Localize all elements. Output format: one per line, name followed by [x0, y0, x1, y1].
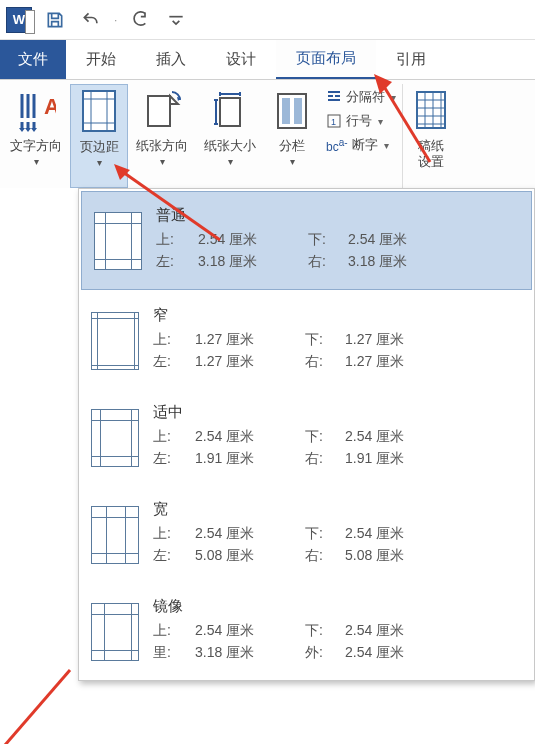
- margins-icon: [79, 87, 119, 135]
- margin-bottom-label: 下:: [305, 525, 345, 543]
- margin-preset-normal[interactable]: 普通 上: 2.54 厘米 下: 2.54 厘米 左: 3.18 厘米 右: 3…: [81, 191, 532, 290]
- columns-icon: [272, 86, 312, 134]
- margin-preset-title: 适中: [153, 403, 522, 422]
- paper-size-button[interactable]: 纸张大小 ▾: [196, 84, 264, 188]
- line-numbers-icon: 1: [326, 113, 342, 129]
- margin-preset-title: 窄: [153, 306, 522, 325]
- margin-right-value: 3.18 厘米: [348, 253, 448, 271]
- margin-top-value: 2.54 厘米: [198, 231, 308, 249]
- margin-top-label: 上:: [153, 428, 195, 446]
- page-setup-extras: 分隔符▾ 1 行号▾ bca- 断字▾: [320, 84, 402, 188]
- dropdown-caret-icon: ▾: [228, 156, 233, 167]
- text-direction-icon: A: [16, 86, 56, 134]
- margin-bottom-label: 下:: [305, 331, 345, 349]
- tab-design[interactable]: 设计: [206, 40, 276, 79]
- svg-rect-8: [220, 98, 240, 126]
- tab-page-layout[interactable]: 页面布局: [276, 40, 376, 79]
- margin-top-label: 上:: [153, 525, 195, 543]
- line-numbers-button[interactable]: 1 行号▾: [326, 112, 396, 130]
- margin-left-value: 3.18 厘米: [195, 644, 305, 662]
- margin-preset-mirror[interactable]: 镜像 上: 2.54 厘米 下: 2.54 厘米 里: 3.18 厘米 外: 2…: [79, 583, 534, 680]
- breaks-label: 分隔符: [346, 88, 385, 106]
- margin-right-label: 右:: [308, 253, 348, 271]
- hyphenation-icon: bca-: [326, 137, 348, 154]
- tab-file[interactable]: 文件: [0, 40, 66, 79]
- margin-right-label: 右:: [305, 450, 345, 468]
- svg-rect-2: [83, 91, 115, 131]
- line-numbers-label: 行号: [346, 112, 372, 130]
- margin-right-label: 右:: [305, 547, 345, 565]
- dropdown-caret-icon: ▾: [34, 156, 39, 167]
- qat-separator: ·: [114, 13, 117, 27]
- customize-qat-button[interactable]: [163, 7, 189, 33]
- hyphenation-button[interactable]: bca- 断字▾: [326, 136, 396, 154]
- stationery-button[interactable]: 稿纸设置: [402, 84, 459, 188]
- margin-bottom-label: 下:: [305, 428, 345, 446]
- margin-top-label: 上:: [153, 622, 195, 640]
- breaks-icon: [326, 89, 342, 105]
- margin-preset-icon: [91, 603, 139, 661]
- ribbon-tabs: 文件 开始 插入 设计 页面布局 引用: [0, 40, 535, 80]
- margin-bottom-value: 2.54 厘米: [345, 428, 445, 446]
- columns-button[interactable]: 分栏 ▾: [264, 84, 320, 188]
- margin-preset-icon: [94, 212, 142, 270]
- svg-line-26: [5, 670, 70, 744]
- margin-left-label: 左:: [153, 353, 195, 371]
- breaks-button[interactable]: 分隔符▾: [326, 88, 396, 106]
- margin-preset-icon: [91, 506, 139, 564]
- orientation-button[interactable]: 纸张方向 ▾: [128, 84, 196, 188]
- columns-label: 分栏: [279, 138, 305, 154]
- hyphenation-label: 断字: [352, 136, 378, 154]
- margin-bottom-value: 2.54 厘米: [345, 525, 445, 543]
- stationery-label: 稿纸设置: [418, 138, 444, 169]
- margin-left-value: 1.91 厘米: [195, 450, 305, 468]
- margin-bottom-label: 下:: [308, 231, 348, 249]
- orientation-label: 纸张方向: [136, 138, 188, 154]
- margin-bottom-value: 2.54 厘米: [345, 622, 445, 640]
- save-button[interactable]: [42, 7, 68, 33]
- margin-preset-body: 窄 上: 1.27 厘米 下: 1.27 厘米 左: 1.27 厘米 右: 1.…: [153, 306, 522, 371]
- margin-preset-body: 适中 上: 2.54 厘米 下: 2.54 厘米 左: 1.91 厘米 右: 1…: [153, 403, 522, 468]
- svg-rect-10: [282, 98, 290, 124]
- margin-left-label: 里:: [153, 644, 195, 662]
- paper-size-label: 纸张大小: [204, 138, 256, 154]
- margin-top-label: 上:: [153, 331, 195, 349]
- svg-rect-11: [294, 98, 302, 124]
- margins-button[interactable]: 页边距 ▾: [70, 84, 128, 188]
- margin-right-value: 1.27 厘米: [345, 353, 445, 371]
- margin-left-label: 左:: [156, 253, 198, 271]
- tab-home[interactable]: 开始: [66, 40, 136, 79]
- paper-size-icon: [210, 86, 250, 134]
- margin-preset-title: 镜像: [153, 597, 522, 616]
- margin-preset-body: 宽 上: 2.54 厘米 下: 2.54 厘米 左: 5.08 厘米 右: 5.…: [153, 500, 522, 565]
- redo-button[interactable]: [127, 7, 153, 33]
- margin-left-value: 3.18 厘米: [198, 253, 308, 271]
- undo-button[interactable]: [78, 7, 104, 33]
- margin-preset-body: 普通 上: 2.54 厘米 下: 2.54 厘米 左: 3.18 厘米 右: 3…: [156, 206, 519, 271]
- margin-right-label: 右:: [305, 353, 345, 371]
- margin-top-label: 上:: [156, 231, 198, 249]
- svg-rect-0: [170, 15, 183, 17]
- margin-top-value: 2.54 厘米: [195, 525, 305, 543]
- quick-access-toolbar: W ·: [0, 0, 535, 40]
- margin-bottom-value: 2.54 厘米: [348, 231, 448, 249]
- svg-text:1: 1: [331, 117, 336, 127]
- margin-top-value: 2.54 厘米: [195, 622, 305, 640]
- text-direction-button[interactable]: A 文字方向 ▾: [2, 84, 70, 188]
- margin-right-value: 5.08 厘米: [345, 547, 445, 565]
- margin-left-label: 左:: [153, 547, 195, 565]
- dropdown-caret-icon: ▾: [160, 156, 165, 167]
- margin-preset-narrow[interactable]: 窄 上: 1.27 厘米 下: 1.27 厘米 左: 1.27 厘米 右: 1.…: [79, 292, 534, 389]
- margin-preset-wide[interactable]: 宽 上: 2.54 厘米 下: 2.54 厘米 左: 5.08 厘米 右: 5.…: [79, 486, 534, 583]
- margin-right-value: 2.54 厘米: [345, 644, 445, 662]
- tab-references[interactable]: 引用: [376, 40, 446, 79]
- margin-preset-icon: [91, 312, 139, 370]
- margin-top-value: 1.27 厘米: [195, 331, 305, 349]
- tab-insert[interactable]: 插入: [136, 40, 206, 79]
- margin-preset-moderate[interactable]: 适中 上: 2.54 厘米 下: 2.54 厘米 左: 1.91 厘米 右: 1…: [79, 389, 534, 486]
- margin-right-value: 1.91 厘米: [345, 450, 445, 468]
- margins-dropdown: 普通 上: 2.54 厘米 下: 2.54 厘米 左: 3.18 厘米 右: 3…: [78, 188, 535, 681]
- margin-left-label: 左:: [153, 450, 195, 468]
- margin-right-label: 外:: [305, 644, 345, 662]
- margin-top-value: 2.54 厘米: [195, 428, 305, 446]
